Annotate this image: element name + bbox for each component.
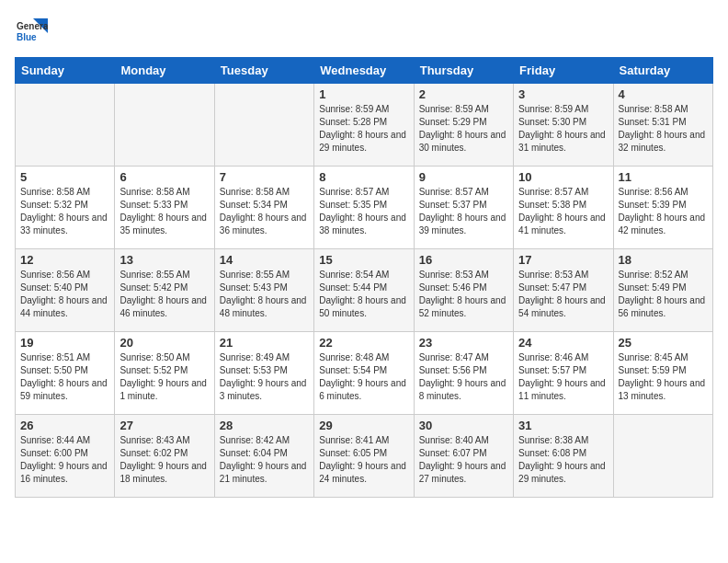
day-number: 20 — [119, 336, 209, 350]
weekday-header: Saturday — [613, 58, 712, 84]
day-info: Sunrise: 8:54 AMSunset: 5:44 PMDaylight:… — [319, 269, 408, 320]
calendar-cell: 7Sunrise: 8:58 AMSunset: 5:34 PMDaylight… — [214, 167, 313, 249]
day-number: 27 — [119, 419, 209, 432]
calendar-cell: 18Sunrise: 8:52 AMSunset: 5:49 PMDayligh… — [613, 249, 712, 332]
day-number: 30 — [419, 419, 508, 432]
calendar-cell: 19Sunrise: 8:51 AMSunset: 5:50 PMDayligh… — [16, 332, 115, 415]
calendar-cell — [16, 84, 115, 167]
calendar-cell: 15Sunrise: 8:54 AMSunset: 5:44 PMDayligh… — [314, 249, 414, 332]
day-info: Sunrise: 8:50 AMSunset: 5:52 PMDaylight:… — [119, 351, 209, 403]
logo-icon: General Blue — [15, 15, 48, 48]
weekday-header: Wednesday — [314, 58, 414, 84]
calendar-cell: 31Sunrise: 8:38 AMSunset: 6:08 PMDayligh… — [514, 415, 613, 498]
day-number: 29 — [319, 419, 408, 432]
day-number: 14 — [220, 253, 309, 267]
svg-text:General: General — [17, 21, 48, 31]
day-number: 6 — [119, 170, 209, 184]
calendar-cell — [115, 84, 214, 167]
calendar-cell: 16Sunrise: 8:53 AMSunset: 5:46 PMDayligh… — [414, 249, 513, 332]
day-number: 28 — [220, 419, 309, 432]
svg-text:Blue: Blue — [17, 32, 37, 42]
day-number: 4 — [619, 87, 708, 101]
logo: General Blue — [15, 15, 51, 48]
day-info: Sunrise: 8:59 AMSunset: 5:30 PMDaylight:… — [518, 103, 608, 155]
day-number: 18 — [619, 253, 708, 267]
day-info: Sunrise: 8:53 AMSunset: 5:47 PMDaylight:… — [518, 269, 608, 320]
day-info: Sunrise: 8:58 AMSunset: 5:33 PMDaylight:… — [119, 186, 209, 237]
day-info: Sunrise: 8:57 AMSunset: 5:35 PMDaylight:… — [319, 186, 408, 237]
day-info: Sunrise: 8:59 AMSunset: 5:28 PMDaylight:… — [319, 103, 408, 155]
day-info: Sunrise: 8:57 AMSunset: 5:37 PMDaylight:… — [419, 186, 508, 237]
calendar-table: SundayMondayTuesdayWednesdayThursdayFrid… — [15, 57, 713, 498]
day-number: 19 — [20, 336, 109, 350]
calendar-cell: 14Sunrise: 8:55 AMSunset: 5:43 PMDayligh… — [214, 249, 313, 332]
weekday-header: Friday — [514, 58, 613, 84]
day-number: 8 — [319, 170, 408, 184]
calendar-cell — [613, 415, 712, 498]
calendar-cell: 12Sunrise: 8:56 AMSunset: 5:40 PMDayligh… — [16, 249, 115, 332]
calendar-cell: 24Sunrise: 8:46 AMSunset: 5:57 PMDayligh… — [514, 332, 613, 415]
day-number: 23 — [419, 336, 508, 350]
page-header: General Blue — [15, 15, 713, 48]
day-number: 7 — [220, 170, 309, 184]
calendar-cell: 27Sunrise: 8:43 AMSunset: 6:02 PMDayligh… — [115, 415, 214, 498]
day-number: 5 — [20, 170, 109, 184]
calendar-cell: 3Sunrise: 8:59 AMSunset: 5:30 PMDaylight… — [514, 84, 613, 167]
day-info: Sunrise: 8:56 AMSunset: 5:39 PMDaylight:… — [619, 186, 708, 237]
calendar-cell: 25Sunrise: 8:45 AMSunset: 5:59 PMDayligh… — [613, 332, 712, 415]
day-number: 12 — [20, 253, 109, 267]
calendar-cell: 30Sunrise: 8:40 AMSunset: 6:07 PMDayligh… — [414, 415, 513, 498]
calendar-cell: 10Sunrise: 8:57 AMSunset: 5:38 PMDayligh… — [514, 167, 613, 249]
day-info: Sunrise: 8:55 AMSunset: 5:43 PMDaylight:… — [220, 269, 309, 320]
weekday-header: Monday — [115, 58, 214, 84]
day-info: Sunrise: 8:41 AMSunset: 6:05 PMDaylight:… — [319, 434, 408, 486]
day-info: Sunrise: 8:38 AMSunset: 6:08 PMDaylight:… — [518, 434, 608, 486]
weekday-header: Thursday — [414, 58, 513, 84]
calendar-cell — [214, 84, 313, 167]
day-info: Sunrise: 8:56 AMSunset: 5:40 PMDaylight:… — [20, 269, 109, 320]
day-info: Sunrise: 8:57 AMSunset: 5:38 PMDaylight:… — [518, 186, 608, 237]
calendar-cell: 6Sunrise: 8:58 AMSunset: 5:33 PMDaylight… — [115, 167, 214, 249]
day-info: Sunrise: 8:43 AMSunset: 6:02 PMDaylight:… — [119, 434, 209, 486]
day-number: 13 — [119, 253, 209, 267]
calendar-cell: 26Sunrise: 8:44 AMSunset: 6:00 PMDayligh… — [16, 415, 115, 498]
day-number: 15 — [319, 253, 408, 267]
calendar-cell: 23Sunrise: 8:47 AMSunset: 5:56 PMDayligh… — [414, 332, 513, 415]
day-number: 2 — [419, 87, 508, 101]
calendar-cell: 28Sunrise: 8:42 AMSunset: 6:04 PMDayligh… — [214, 415, 313, 498]
day-number: 16 — [419, 253, 508, 267]
calendar-cell: 9Sunrise: 8:57 AMSunset: 5:37 PMDaylight… — [414, 167, 513, 249]
day-info: Sunrise: 8:46 AMSunset: 5:57 PMDaylight:… — [518, 351, 608, 403]
day-info: Sunrise: 8:55 AMSunset: 5:42 PMDaylight:… — [119, 269, 209, 320]
calendar-cell: 17Sunrise: 8:53 AMSunset: 5:47 PMDayligh… — [514, 249, 613, 332]
weekday-header: Tuesday — [214, 58, 313, 84]
day-info: Sunrise: 8:45 AMSunset: 5:59 PMDaylight:… — [619, 351, 708, 403]
calendar-cell: 1Sunrise: 8:59 AMSunset: 5:28 PMDaylight… — [314, 84, 414, 167]
day-info: Sunrise: 8:42 AMSunset: 6:04 PMDaylight:… — [220, 434, 309, 486]
day-number: 17 — [518, 253, 608, 267]
day-info: Sunrise: 8:59 AMSunset: 5:29 PMDaylight:… — [419, 103, 508, 155]
day-info: Sunrise: 8:48 AMSunset: 5:54 PMDaylight:… — [319, 351, 408, 403]
calendar-cell: 8Sunrise: 8:57 AMSunset: 5:35 PMDaylight… — [314, 167, 414, 249]
calendar-cell: 4Sunrise: 8:58 AMSunset: 5:31 PMDaylight… — [613, 84, 712, 167]
day-number: 24 — [518, 336, 608, 350]
day-info: Sunrise: 8:49 AMSunset: 5:53 PMDaylight:… — [220, 351, 309, 403]
day-number: 9 — [419, 170, 508, 184]
day-number: 11 — [619, 170, 708, 184]
day-number: 21 — [220, 336, 309, 350]
day-info: Sunrise: 8:52 AMSunset: 5:49 PMDaylight:… — [619, 269, 708, 320]
day-number: 22 — [319, 336, 408, 350]
calendar-cell: 11Sunrise: 8:56 AMSunset: 5:39 PMDayligh… — [613, 167, 712, 249]
day-number: 3 — [518, 87, 608, 101]
calendar-cell: 22Sunrise: 8:48 AMSunset: 5:54 PMDayligh… — [314, 332, 414, 415]
day-info: Sunrise: 8:58 AMSunset: 5:32 PMDaylight:… — [20, 186, 109, 237]
day-number: 1 — [319, 87, 408, 101]
day-number: 10 — [518, 170, 608, 184]
calendar-cell: 5Sunrise: 8:58 AMSunset: 5:32 PMDaylight… — [16, 167, 115, 249]
calendar-cell: 21Sunrise: 8:49 AMSunset: 5:53 PMDayligh… — [214, 332, 313, 415]
day-info: Sunrise: 8:40 AMSunset: 6:07 PMDaylight:… — [419, 434, 508, 486]
day-info: Sunrise: 8:44 AMSunset: 6:00 PMDaylight:… — [20, 434, 109, 486]
day-info: Sunrise: 8:51 AMSunset: 5:50 PMDaylight:… — [20, 351, 109, 403]
calendar-cell: 13Sunrise: 8:55 AMSunset: 5:42 PMDayligh… — [115, 249, 214, 332]
day-info: Sunrise: 8:53 AMSunset: 5:46 PMDaylight:… — [419, 269, 508, 320]
